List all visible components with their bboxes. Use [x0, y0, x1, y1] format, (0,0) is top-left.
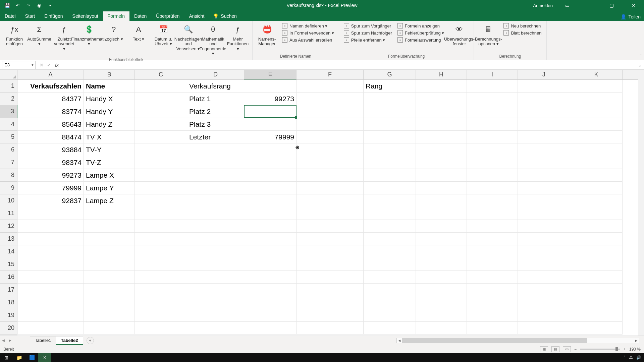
cell-F11[interactable]	[297, 207, 364, 220]
ribbon-tab-einfügen[interactable]: Einfügen	[40, 11, 67, 21]
row-header-5[interactable]: 5	[0, 131, 17, 143]
col-header-J[interactable]: J	[518, 70, 570, 79]
cell-F12[interactable]	[297, 220, 364, 233]
cell-K20[interactable]	[570, 322, 623, 335]
cell-K3[interactable]	[570, 105, 623, 118]
col-header-E[interactable]: E	[244, 70, 297, 79]
hscroll-right-icon[interactable]: ►	[634, 339, 639, 343]
cell-G4[interactable]	[364, 118, 416, 131]
cell-K2[interactable]	[570, 93, 623, 105]
cell-I1[interactable]	[467, 80, 518, 93]
cell-D1[interactable]: Verkaufsrang	[187, 80, 244, 93]
cell-H5[interactable]	[416, 131, 467, 143]
ribbon-tab-ansicht[interactable]: Ansicht	[184, 11, 209, 21]
cell-D18[interactable]	[187, 296, 244, 309]
cell-I13[interactable]	[467, 233, 518, 245]
cell-H16[interactable]	[416, 271, 467, 284]
cell-B5[interactable]: TV X	[84, 131, 135, 143]
cell-A15[interactable]	[17, 258, 84, 271]
funclib-btn-5[interactable]: AText ▾	[127, 22, 150, 43]
cell-C12[interactable]	[135, 220, 187, 233]
cell-K4[interactable]	[570, 118, 623, 131]
cell-I9[interactable]	[467, 182, 518, 194]
zoom-out-button[interactable]: −	[574, 347, 577, 352]
watch-window-button[interactable]: 👁Überwachungs-fenster	[447, 22, 471, 48]
cell-D8[interactable]	[187, 169, 244, 182]
cell-K5[interactable]	[570, 131, 623, 143]
cell-F18[interactable]	[297, 296, 364, 309]
cell-A17[interactable]	[17, 284, 84, 296]
ribbon-tab-überprüfen[interactable]: Überprüfen	[151, 11, 184, 21]
cell-I6[interactable]	[467, 143, 518, 156]
cell-I15[interactable]	[467, 258, 518, 271]
cell-E17[interactable]	[244, 284, 297, 296]
cell-B14[interactable]	[84, 245, 135, 258]
cell-G7[interactable]	[364, 156, 416, 169]
row-headers[interactable]: 1234567891011121314151617181920	[0, 80, 17, 336]
ribbon-tab-formeln[interactable]: Formeln	[103, 11, 129, 21]
cell-H7[interactable]	[416, 156, 467, 169]
cell-C3[interactable]	[135, 105, 187, 118]
view-layout-button[interactable]: ▤	[551, 346, 559, 352]
cell-B3[interactable]: Handy Y	[84, 105, 135, 118]
row-header-7[interactable]: 7	[0, 156, 17, 169]
cell-I12[interactable]	[467, 220, 518, 233]
qat-dropdown-icon[interactable]: ▾	[47, 2, 53, 8]
cell-A20[interactable]	[17, 322, 84, 335]
row-header-17[interactable]: 17	[0, 284, 17, 296]
cell-I16[interactable]	[467, 271, 518, 284]
minimize-button[interactable]: —	[582, 0, 597, 11]
cell-D17[interactable]	[187, 284, 244, 296]
ribbon-options-icon[interactable]: ▭	[559, 0, 575, 11]
cell-C18[interactable]	[135, 296, 187, 309]
cell-J9[interactable]	[518, 182, 570, 194]
add-sheet-button[interactable]: +	[87, 337, 94, 344]
cell-E18[interactable]	[244, 296, 297, 309]
cell-A9[interactable]: 79999	[17, 182, 84, 194]
sheet-nav-next[interactable]: ►	[7, 338, 13, 343]
cell-B1[interactable]: Name	[84, 80, 135, 93]
cell-I3[interactable]	[467, 105, 518, 118]
cell-D3[interactable]: Platz 2	[187, 105, 244, 118]
cell-B15[interactable]	[84, 258, 135, 271]
cell-F8[interactable]	[297, 169, 364, 182]
cell-J5[interactable]	[518, 131, 570, 143]
cell-E15[interactable]	[244, 258, 297, 271]
cell-J7[interactable]	[518, 156, 570, 169]
cell-A10[interactable]: 92837	[17, 194, 84, 207]
cell-D10[interactable]	[187, 194, 244, 207]
horizontal-scrollbar[interactable]: ◄ ►	[396, 338, 639, 343]
cell-J14[interactable]	[518, 245, 570, 258]
cell-E2[interactable]: 99273	[244, 93, 297, 105]
cell-K14[interactable]	[570, 245, 623, 258]
ribbon-tab-datei[interactable]: Datei	[0, 11, 20, 21]
cell-I19[interactable]	[467, 309, 518, 322]
excel-icon[interactable]: X	[38, 353, 51, 362]
cell-A7[interactable]: 98374	[17, 156, 84, 169]
cell-G5[interactable]	[364, 131, 416, 143]
tray-sound-icon[interactable]: 🔊	[636, 355, 641, 360]
funclib-btn-3[interactable]: 💲Finanzmathematik ▾	[77, 22, 101, 48]
cell-I20[interactable]	[467, 322, 518, 335]
cell-B2[interactable]: Handy X	[84, 93, 135, 105]
cells-area[interactable]: VerkaufszahlenNameVerkaufsrangRang84377H…	[17, 80, 638, 336]
cell-H14[interactable]	[416, 245, 467, 258]
audit-b-1[interactable]: ▫Fehlerüberprüfung ▾	[396, 30, 446, 36]
audit-a-0[interactable]: ▫Spur zum Vorgänger	[342, 23, 393, 29]
cell-E20[interactable]	[244, 322, 297, 335]
spreadsheet-grid[interactable]: ABCDEFGHIJK 1234567891011121314151617181…	[0, 70, 644, 336]
cell-I7[interactable]	[467, 156, 518, 169]
cell-C14[interactable]	[135, 245, 187, 258]
ribbon-tab-start[interactable]: Start	[20, 11, 40, 21]
cell-J4[interactable]	[518, 118, 570, 131]
cell-C17[interactable]	[135, 284, 187, 296]
cell-H4[interactable]	[416, 118, 467, 131]
cell-A1[interactable]: Verkaufszahlen	[17, 80, 84, 93]
cell-J17[interactable]	[518, 284, 570, 296]
row-header-10[interactable]: 10	[0, 194, 17, 207]
cell-J16[interactable]	[518, 271, 570, 284]
cell-E9[interactable]	[244, 182, 297, 194]
col-header-K[interactable]: K	[570, 70, 623, 79]
cell-C4[interactable]	[135, 118, 187, 131]
tray-network-icon[interactable]: 🖧	[629, 355, 633, 360]
